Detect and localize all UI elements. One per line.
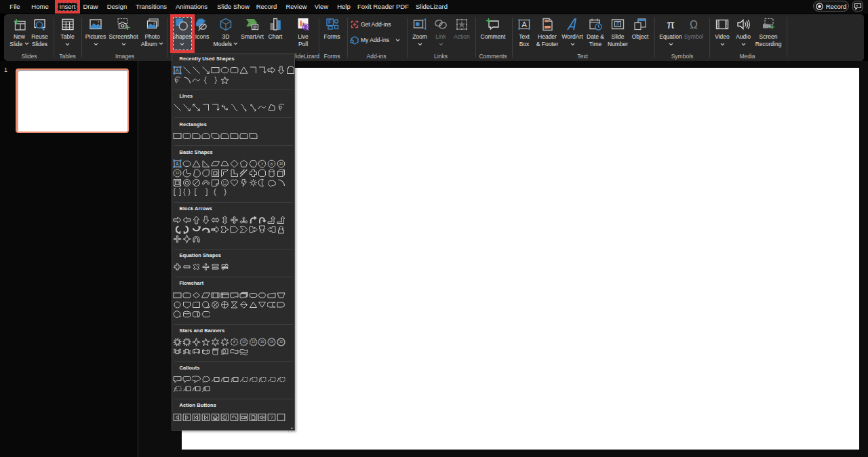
svg-text:12: 12	[176, 171, 180, 175]
svg-text:#: #	[616, 20, 620, 27]
svg-text:16: 16	[260, 340, 264, 344]
svg-text:A: A	[176, 67, 180, 73]
svg-text:32: 32	[279, 340, 283, 344]
svg-text:8: 8	[233, 340, 235, 344]
svg-text:8: 8	[271, 161, 273, 165]
svg-text:F: F	[328, 18, 332, 25]
svg-text:π: π	[667, 18, 675, 31]
svg-text:12: 12	[251, 340, 255, 344]
svg-text:24: 24	[270, 340, 274, 344]
svg-text:?: ?	[271, 414, 273, 420]
svg-text:10: 10	[279, 161, 283, 165]
svg-text:Ω: Ω	[690, 19, 698, 31]
svg-text:A: A	[521, 20, 527, 28]
svg-text:7: 7	[261, 161, 264, 165]
svg-text:10: 10	[242, 340, 246, 344]
svg-text:A: A	[176, 161, 180, 167]
